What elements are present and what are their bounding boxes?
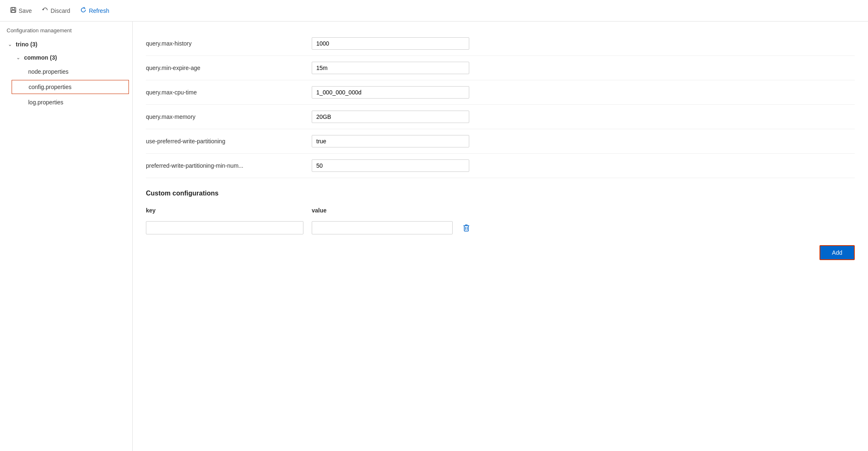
refresh-button[interactable]: Refresh: [77, 5, 112, 17]
custom-config-section: Custom configurations key value Add: [146, 190, 855, 268]
custom-key-input[interactable]: [146, 221, 303, 234]
config-rows: query.max-historyquery.min-expire-ageque…: [146, 31, 855, 178]
delete-row-button[interactable]: [461, 222, 472, 233]
discard-icon: [42, 7, 48, 15]
config-row: query.max-memory: [146, 105, 855, 129]
value-column-header: value: [312, 207, 855, 214]
sidebar-header: Configuration management: [0, 22, 132, 38]
refresh-icon: [80, 7, 87, 15]
config-key-label: query.min-expire-age: [146, 65, 303, 71]
tree-leaf-config-properties[interactable]: config.properties: [12, 80, 129, 94]
main-content: Configuration management ⌄ trino (3) ⌄ c…: [0, 22, 868, 451]
discard-button[interactable]: Discard: [39, 5, 73, 17]
save-icon: [10, 7, 17, 15]
config-key-label: query.max-history: [146, 40, 303, 47]
tree-leaf-log-properties[interactable]: log.properties: [8, 95, 132, 110]
config-value-input[interactable]: [312, 37, 469, 50]
config-value-input[interactable]: [312, 135, 469, 147]
config-row: query.max-cpu-time: [146, 80, 855, 105]
add-row-container: Add: [146, 245, 855, 268]
config-row: query.min-expire-age: [146, 56, 855, 80]
chevron-down-icon: ⌄: [15, 55, 22, 60]
tree-common-item[interactable]: ⌄ common (3): [8, 51, 132, 64]
custom-config-header: key value: [146, 204, 855, 217]
config-value-input[interactable]: [312, 159, 469, 172]
config-value-input[interactable]: [312, 111, 469, 123]
right-panel: query.max-historyquery.min-expire-ageque…: [133, 22, 868, 451]
config-value-input[interactable]: [312, 62, 469, 74]
config-row: preferred-write-partitioning-min-num...: [146, 154, 855, 178]
custom-section-title: Custom configurations: [146, 190, 855, 197]
config-key-label: query.max-cpu-time: [146, 89, 303, 96]
config-key-label: use-preferred-write-partitioning: [146, 138, 303, 145]
chevron-down-icon: ⌄: [7, 41, 13, 47]
config-row: use-preferred-write-partitioning: [146, 129, 855, 154]
config-row: query.max-history: [146, 31, 855, 56]
save-button[interactable]: Save: [7, 5, 35, 17]
tree-root-item[interactable]: ⌄ trino (3): [0, 38, 132, 51]
config-key-label: query.max-memory: [146, 113, 303, 120]
config-value-input[interactable]: [312, 86, 469, 99]
trash-icon: [463, 224, 470, 232]
config-key-label: preferred-write-partitioning-min-num...: [146, 162, 303, 169]
custom-config-row: [146, 217, 855, 239]
tree-leaf-node-properties[interactable]: node.properties: [8, 64, 132, 79]
add-button[interactable]: Add: [820, 245, 855, 260]
custom-value-input[interactable]: [312, 221, 453, 234]
svg-rect-1: [12, 7, 15, 10]
sidebar: Configuration management ⌄ trino (3) ⌄ c…: [0, 22, 133, 451]
tree-children: ⌄ common (3) node.properties config.prop…: [0, 51, 132, 110]
toolbar: Save Discard Refresh: [0, 0, 868, 22]
svg-rect-2: [12, 10, 15, 12]
custom-rows-container: [146, 217, 855, 239]
key-column-header: key: [146, 207, 303, 214]
